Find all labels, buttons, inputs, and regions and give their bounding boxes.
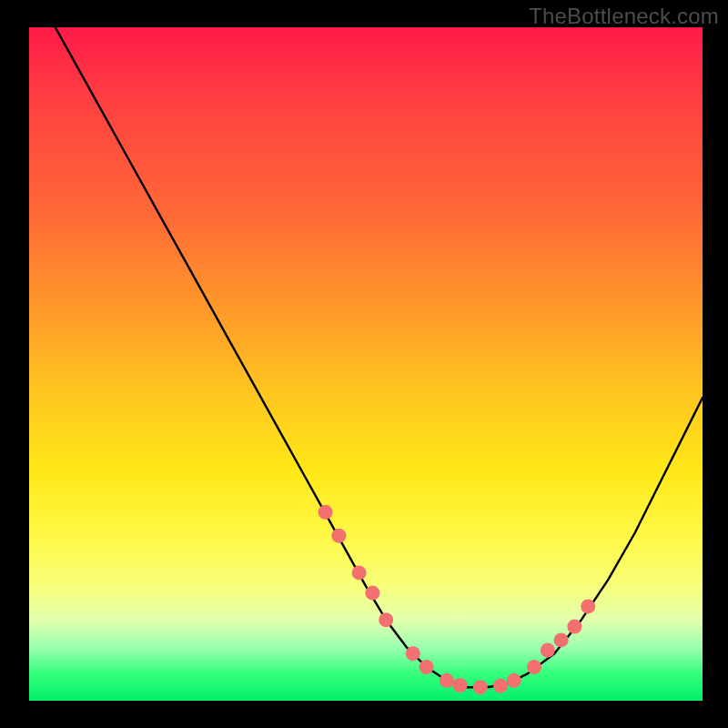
marker-dot: [453, 678, 468, 693]
marker-dot: [406, 646, 420, 661]
marker-dot: [420, 660, 434, 674]
marker-dot: [554, 632, 569, 647]
marker-dot: [541, 643, 555, 658]
plot-area: [29, 27, 703, 701]
marker-dot: [567, 620, 581, 634]
marker-dot: [527, 660, 541, 674]
marker-dot: [352, 565, 367, 580]
marker-dot: [365, 586, 379, 601]
watermark-text: TheBottleneck.com: [529, 4, 719, 29]
marker-dot: [581, 599, 595, 613]
marker-group: [318, 505, 596, 694]
marker-dot: [331, 529, 346, 543]
chart-frame: TheBottleneck.com: [0, 0, 728, 728]
chart-svg: [29, 27, 703, 701]
marker-dot: [493, 679, 508, 693]
bottleneck-curve: [29, 0, 703, 687]
marker-dot: [473, 680, 488, 694]
marker-dot: [318, 505, 333, 520]
marker-dot: [379, 612, 393, 627]
marker-dot: [507, 673, 521, 688]
marker-dot: [440, 673, 454, 688]
